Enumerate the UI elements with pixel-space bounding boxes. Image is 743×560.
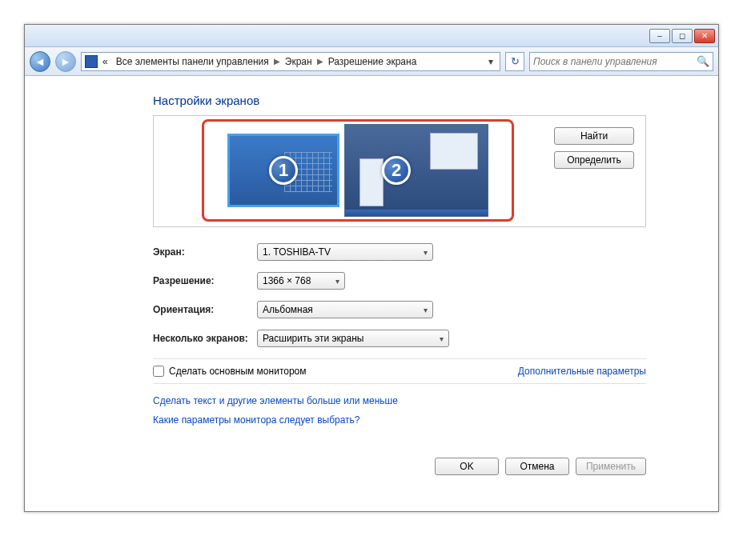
refresh-button[interactable]: ↻ bbox=[505, 52, 524, 71]
row-resolution: Разрешение: 1366 × 768 bbox=[153, 272, 646, 290]
window-frame: – ◻ ✕ ◄ ► « Все элементы панели управлен… bbox=[24, 24, 719, 512]
help-links: Сделать текст и другие элементы больше и… bbox=[153, 395, 646, 426]
monitor-number-badge: 1 bbox=[269, 156, 298, 185]
minimize-button[interactable]: – bbox=[649, 29, 670, 43]
chevron-right-icon: ▶ bbox=[317, 57, 323, 66]
primary-monitor-label: Сделать основным монитором bbox=[169, 366, 307, 377]
page-title: Настройки экранов bbox=[153, 94, 646, 107]
screen-value: 1. TOSHIBA-TV bbox=[263, 246, 331, 258]
monitor-number-badge: 2 bbox=[382, 156, 411, 185]
monitors-highlight: 1 2 bbox=[202, 119, 514, 222]
breadcrumb-prefix: « bbox=[99, 56, 111, 67]
nav-forward-button[interactable]: ► bbox=[55, 51, 76, 72]
multi-display-label: Несколько экранов: bbox=[153, 333, 257, 344]
monitor-1[interactable]: 1 bbox=[227, 134, 339, 207]
close-button[interactable]: ✕ bbox=[694, 29, 715, 43]
search-input[interactable] bbox=[533, 56, 697, 67]
row-orientation: Ориентация: Альбомная bbox=[153, 301, 646, 318]
ok-button[interactable]: OK bbox=[435, 458, 499, 475]
monitor-2[interactable]: 2 bbox=[344, 124, 488, 217]
orientation-value: Альбомная bbox=[263, 304, 313, 315]
arrangement-side-buttons: Найти Определить bbox=[554, 127, 634, 169]
breadcrumb-dropdown-icon[interactable]: ▾ bbox=[485, 56, 496, 67]
content-area: Настройки экранов 1 2 Найти Определить bbox=[25, 76, 718, 491]
screen-label: Экран: bbox=[153, 246, 257, 258]
resolution-select[interactable]: 1366 × 768 bbox=[257, 272, 345, 290]
control-panel-icon bbox=[85, 55, 98, 68]
maximize-icon: ◻ bbox=[679, 31, 685, 40]
display-arrangement-box: 1 2 Найти Определить bbox=[153, 115, 646, 227]
chevron-right-icon: ▶ bbox=[274, 57, 280, 66]
identify-button[interactable]: Определить bbox=[554, 151, 634, 169]
close-icon: ✕ bbox=[701, 31, 708, 40]
multi-display-select[interactable]: Расширить эти экраны bbox=[257, 330, 449, 347]
orientation-select[interactable]: Альбомная bbox=[257, 301, 433, 318]
row-multi-display: Несколько экранов: Расширить эти экраны bbox=[153, 330, 646, 347]
primary-monitor-checkbox[interactable] bbox=[153, 366, 164, 377]
search-icon[interactable]: 🔍 bbox=[697, 55, 709, 67]
minimize-icon: – bbox=[657, 31, 662, 40]
maximize-button[interactable]: ◻ bbox=[672, 29, 693, 43]
row-screen: Экран: 1. TOSHIBA-TV bbox=[153, 243, 646, 261]
monitor-taskbar-icon bbox=[345, 210, 488, 216]
breadcrumb-item[interactable]: Экран bbox=[282, 56, 315, 67]
text-size-link[interactable]: Сделать текст и другие элементы больше и… bbox=[153, 395, 646, 406]
breadcrumb-item[interactable]: Разрешение экрана bbox=[325, 56, 420, 67]
monitor-window-icon bbox=[359, 158, 384, 206]
titlebar: – ◻ ✕ bbox=[25, 25, 718, 47]
orientation-label: Ориентация: bbox=[153, 304, 257, 315]
cancel-button[interactable]: Отмена bbox=[505, 458, 569, 475]
primary-monitor-row: Сделать основным монитором Дополнительны… bbox=[153, 358, 646, 384]
breadcrumb-item[interactable]: Все элементы панели управления bbox=[113, 56, 272, 67]
nav-back-button[interactable]: ◄ bbox=[30, 51, 50, 72]
find-button[interactable]: Найти bbox=[554, 127, 634, 145]
footer-buttons: OK Отмена Применить bbox=[153, 458, 646, 475]
apply-button[interactable]: Применить bbox=[576, 458, 646, 475]
navbar: ◄ ► « Все элементы панели управления ▶ Э… bbox=[25, 47, 718, 76]
resolution-label: Разрешение: bbox=[153, 275, 257, 286]
search-box[interactable]: 🔍 bbox=[529, 52, 713, 71]
breadcrumb[interactable]: « Все элементы панели управления ▶ Экран… bbox=[81, 52, 500, 71]
multi-display-value: Расширить эти экраны bbox=[263, 333, 363, 344]
screen-select[interactable]: 1. TOSHIBA-TV bbox=[257, 243, 433, 261]
resolution-value: 1366 × 768 bbox=[263, 275, 311, 286]
monitor-window-icon bbox=[430, 133, 478, 170]
settings-form: Экран: 1. TOSHIBA-TV Разрешение: 1366 × … bbox=[153, 243, 646, 347]
advanced-settings-link[interactable]: Дополнительные параметры bbox=[518, 366, 646, 377]
monitor-help-link[interactable]: Какие параметры монитора следует выбрать… bbox=[153, 414, 646, 426]
